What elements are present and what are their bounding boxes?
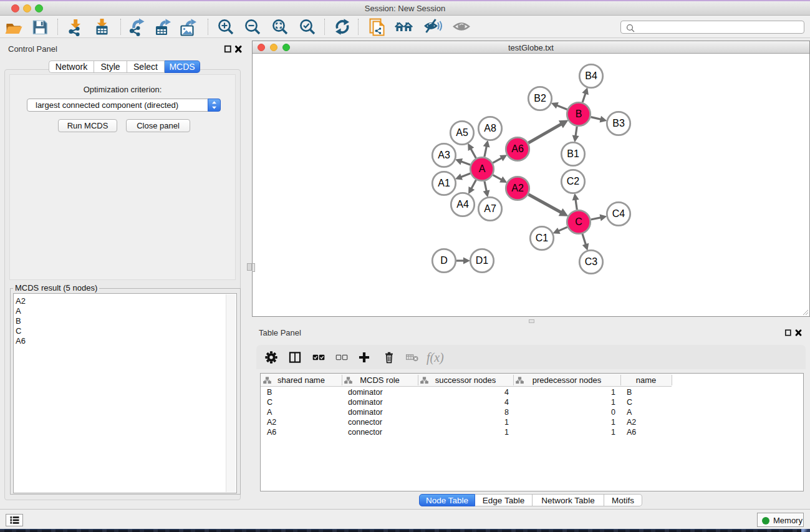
svg-text:D1: D1 bbox=[476, 255, 489, 266]
svg-text:A5: A5 bbox=[456, 127, 468, 138]
svg-text:B1: B1 bbox=[567, 148, 579, 159]
svg-text:A7: A7 bbox=[484, 203, 496, 214]
svg-text:B4: B4 bbox=[585, 70, 597, 81]
svg-text:B3: B3 bbox=[612, 118, 625, 128]
svg-text:B2: B2 bbox=[534, 93, 546, 104]
svg-text:A6: A6 bbox=[511, 143, 524, 154]
svg-text:C3: C3 bbox=[585, 256, 598, 267]
svg-text:A: A bbox=[479, 163, 486, 174]
svg-text:C2: C2 bbox=[567, 176, 580, 186]
svg-text:C4: C4 bbox=[612, 208, 625, 219]
svg-text:A8: A8 bbox=[484, 123, 496, 133]
svg-text:A3: A3 bbox=[438, 150, 450, 160]
svg-text:A4: A4 bbox=[456, 199, 469, 210]
svg-text:C: C bbox=[575, 216, 582, 227]
svg-text:B: B bbox=[576, 109, 582, 119]
svg-text:A2: A2 bbox=[511, 183, 524, 193]
svg-text:C1: C1 bbox=[536, 233, 549, 243]
svg-text:D: D bbox=[440, 255, 448, 266]
svg-text:A1: A1 bbox=[438, 178, 450, 188]
